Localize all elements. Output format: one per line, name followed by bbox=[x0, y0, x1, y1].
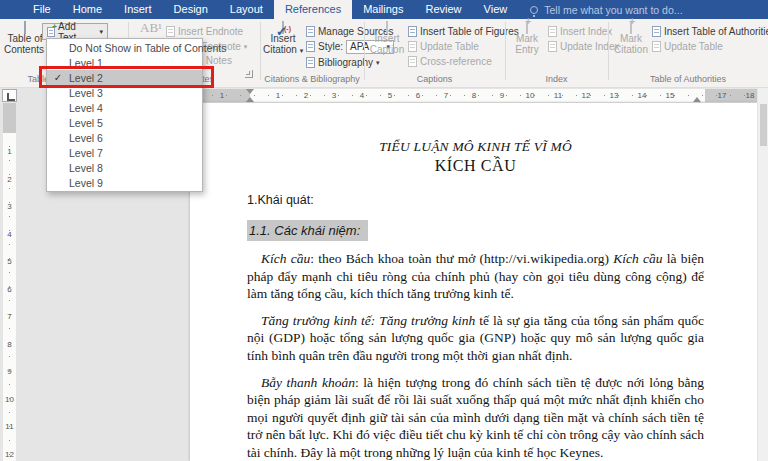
ruler-number: 5 bbox=[3, 257, 16, 266]
bibliography-button[interactable]: Bibliography ▾ bbox=[306, 56, 380, 69]
ruler-number: 7 bbox=[444, 91, 448, 100]
insert-index-button[interactable]: Insert Index bbox=[548, 25, 612, 38]
insert-citation-button[interactable]: Insert Citation ▾ bbox=[263, 22, 303, 55]
toa-update-table-label: Update Table bbox=[664, 41, 723, 52]
table-of-contents-button[interactable]: Table of Contents ▾ bbox=[4, 22, 46, 55]
cross-reference-label: Cross-reference bbox=[420, 56, 492, 67]
italic-run: Kích cầu bbox=[261, 251, 310, 266]
mark-citation-icon bbox=[630, 21, 632, 34]
tab-view[interactable]: View bbox=[473, 0, 519, 19]
hanging-indent-marker[interactable] bbox=[246, 97, 254, 102]
ruler-number: 3 bbox=[332, 91, 336, 100]
ruler-number: 15 bbox=[666, 91, 675, 100]
insert-footnote-button[interactable]: AB¹ bbox=[134, 22, 168, 34]
group-separator bbox=[260, 22, 261, 80]
update-table-button[interactable]: Update Table bbox=[408, 40, 479, 53]
dropdown-item-label: Level 9 bbox=[69, 177, 103, 189]
chevron-down-icon: ▾ bbox=[244, 43, 248, 50]
tab-references[interactable]: References bbox=[274, 0, 352, 19]
insert-index-label: Insert Index bbox=[560, 26, 612, 37]
paragraph-kich-cau[interactable]: Kích cầu: theo Bách khoa toàn thư mở (ht… bbox=[247, 250, 704, 303]
heading-1[interactable]: 1.Khái quát: bbox=[247, 193, 704, 207]
dropdown-item-level-6[interactable]: Level 6 bbox=[47, 130, 202, 145]
first-line-indent-marker[interactable] bbox=[246, 89, 254, 94]
tab-review[interactable]: Review bbox=[415, 0, 473, 19]
document-title-line1[interactable]: TIỂU LUẬN MÔ KINH TẾ VĨ MÔ bbox=[247, 139, 704, 155]
heading-1-1[interactable]: 1.1. Các khái niệm: bbox=[247, 220, 704, 241]
footnotes-dialog-launcher-icon[interactable] bbox=[245, 70, 253, 78]
ruler-number: 6 bbox=[416, 91, 420, 100]
ruler-number: 14 bbox=[638, 91, 647, 100]
insert-footnote-icon: AB¹ bbox=[140, 20, 162, 35]
tell-me-box[interactable]: Tell me what you want to do... bbox=[530, 0, 682, 19]
ruler-number: 13 bbox=[610, 91, 619, 100]
ruler-number: 11 bbox=[554, 91, 562, 100]
tab-mailings[interactable]: Mailings bbox=[352, 0, 414, 19]
dropdown-item-level-8[interactable]: Level 8 bbox=[47, 160, 202, 175]
bibliography-icon bbox=[306, 57, 315, 68]
ruler-number: 18 bbox=[746, 91, 755, 100]
tab-home[interactable]: Home bbox=[62, 0, 113, 19]
insert-table-of-authorities-button[interactable]: Insert Table of Authorities bbox=[652, 25, 768, 38]
chevron-down-icon: ▾ bbox=[376, 59, 380, 66]
mark-entry-label-2: Entry bbox=[509, 44, 545, 55]
tab-layout[interactable]: Layout bbox=[219, 0, 274, 19]
dropdown-item-label: Level 7 bbox=[69, 147, 103, 159]
add-text-icon bbox=[47, 27, 55, 37]
ruler-number: 8 bbox=[3, 340, 16, 349]
scrollbar-thumb[interactable] bbox=[760, 104, 767, 146]
ruler-number: 4 bbox=[360, 91, 364, 100]
ruler-number: 9 bbox=[500, 91, 504, 100]
cross-reference-button[interactable]: Cross-reference bbox=[408, 55, 492, 68]
document-page[interactable]: TIỂU LUẬN MÔ KINH TẾ VĨ MÔ KÍCH CẦU 1.Kh… bbox=[190, 103, 757, 461]
update-table-icon bbox=[408, 41, 417, 52]
insert-endnote-button[interactable]: Insert Endnote bbox=[166, 25, 243, 38]
tab-insert[interactable]: Insert bbox=[113, 0, 163, 19]
dropdown-item-level-7[interactable]: Level 7 bbox=[47, 145, 202, 160]
ruler-number: 10 bbox=[3, 395, 16, 404]
style-label: Style: bbox=[318, 41, 343, 52]
insert-table-of-figures-icon bbox=[408, 26, 417, 37]
paragraph-bay-thanh-khoan[interactable]: Bẫy thanh khoản: là hiện tượng trong đó … bbox=[247, 374, 704, 461]
style-value: APA bbox=[350, 41, 369, 52]
mark-entry-button[interactable]: Mark Entry bbox=[509, 22, 545, 55]
add-text-dropdown-menu: Do Not Show in Table of ContentsLevel 1✓… bbox=[46, 38, 203, 192]
ruler-number: 12 bbox=[3, 450, 16, 459]
dropdown-item-level-5[interactable]: Level 5 bbox=[47, 115, 202, 130]
paragraph-tang-truong[interactable]: Tăng trưởng kinh tế: Tăng trưởng kinh tế… bbox=[247, 312, 704, 365]
mark-entry-label-1: Mark bbox=[509, 33, 545, 44]
dropdown-item-do-not-show-in-table-of-contents[interactable]: Do Not Show in Table of Contents bbox=[47, 40, 202, 55]
manage-sources-icon bbox=[306, 26, 315, 37]
dropdown-item-label: Level 3 bbox=[69, 87, 103, 99]
vertical-scrollbar[interactable] bbox=[757, 88, 768, 461]
insert-caption-button[interactable]: Insert Caption bbox=[368, 22, 406, 55]
tab-file[interactable]: File bbox=[22, 0, 62, 19]
tell-me-text: Tell me what you want to do... bbox=[544, 4, 682, 16]
ruler-number: 1 bbox=[3, 147, 16, 156]
tabbar-left-pad bbox=[0, 0, 22, 19]
update-index-icon bbox=[548, 41, 557, 52]
vertical-ruler[interactable]: 123456789101112 bbox=[3, 103, 16, 461]
insert-endnote-label: Insert Endnote bbox=[178, 26, 243, 37]
table-of-contents-icon bbox=[24, 21, 26, 34]
tab-stop-selector[interactable] bbox=[2, 89, 17, 102]
style-icon bbox=[306, 41, 315, 52]
tab-design[interactable]: Design bbox=[163, 0, 219, 19]
ruler-number: 3 bbox=[3, 202, 16, 211]
highlighted-heading: 1.1. Các khái niệm: bbox=[247, 220, 368, 241]
document-title-line2[interactable]: KÍCH CẦU bbox=[247, 156, 704, 176]
insert-caption-label-1: Insert bbox=[368, 33, 406, 44]
ruler-number: 17 bbox=[718, 91, 727, 100]
captions-group-label: Captions bbox=[364, 74, 505, 86]
mark-entry-icon bbox=[526, 21, 528, 34]
dropdown-item-level-9[interactable]: Level 9 bbox=[47, 175, 202, 190]
ruler-number: 7 bbox=[3, 312, 16, 321]
horizontal-ruler[interactable]: 11234567891011121314151718 bbox=[185, 89, 757, 102]
ruler-number: 12 bbox=[582, 91, 591, 100]
dropdown-item-level-4[interactable]: Level 4 bbox=[47, 100, 202, 115]
dropdown-item-label: Do Not Show in Table of Contents bbox=[69, 42, 226, 54]
toa-update-table-button[interactable]: Update Table bbox=[652, 40, 723, 53]
mark-citation-button[interactable]: Mark Citation bbox=[612, 22, 650, 55]
insert-table-of-figures-button[interactable]: Insert Table of Figures bbox=[408, 25, 519, 38]
right-indent-marker[interactable] bbox=[693, 97, 701, 102]
